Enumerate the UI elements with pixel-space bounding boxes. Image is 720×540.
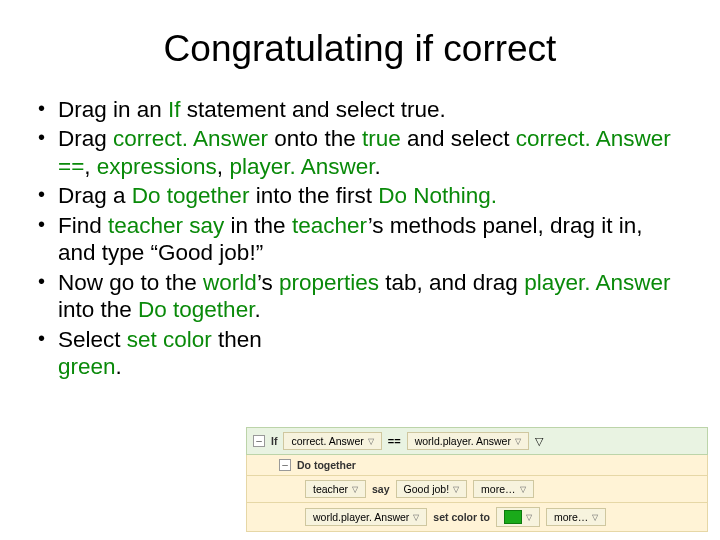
slide-title: Congratulating if correct [36, 28, 684, 70]
teacher-chip[interactable]: teacher▽ [305, 480, 366, 498]
list-item: Select set color then green. [36, 326, 276, 381]
text: and select [401, 126, 516, 151]
keyword: true [362, 126, 401, 151]
keyword: Do together [132, 183, 250, 208]
do-together-keyword: Do together [297, 459, 356, 471]
keyword: If [168, 97, 181, 122]
keyword: Do together [138, 297, 254, 322]
say-keyword: say [372, 483, 390, 495]
teacher-say-row[interactable]: teacher▽ say Good job!▽ more…▽ [246, 476, 708, 503]
keyword: correct. Answer [113, 126, 268, 151]
chip-label: world.player. Answer [415, 435, 511, 447]
collapse-icon[interactable]: – [279, 459, 291, 471]
text: statement and select true. [181, 97, 446, 122]
keyword: teacher [292, 213, 368, 238]
if-keyword: If [271, 435, 277, 447]
chevron-down-icon: ▽ [352, 485, 358, 494]
more-chip[interactable]: more…▽ [546, 508, 606, 526]
keyword: player. Answer [524, 270, 670, 295]
do-together-row[interactable]: – Do together [246, 455, 708, 476]
chevron-down-icon: ▽ [592, 513, 598, 522]
condition-right-chip[interactable]: world.player. Answer▽ [407, 432, 529, 450]
condition-left-chip[interactable]: correct. Answer▽ [283, 432, 381, 450]
keyword: green [58, 354, 116, 379]
chip-label: more… [481, 483, 515, 495]
color-chip[interactable]: ▽ [496, 507, 540, 527]
text: Drag [58, 126, 113, 151]
goodjob-chip[interactable]: Good job!▽ [396, 480, 468, 498]
chevron-down-icon: ▽ [453, 485, 459, 494]
code-block-screenshot: – If correct. Answer▽ == world.player. A… [246, 427, 708, 532]
chip-label: correct. Answer [291, 435, 363, 447]
list-item: Find teacher say in the teacher’s method… [36, 212, 684, 267]
collapse-icon[interactable]: – [253, 435, 265, 447]
keyword: set color [127, 327, 212, 352]
bullet-list: Drag in an If statement and select true.… [36, 96, 684, 380]
text: Find [58, 213, 108, 238]
chip-label: teacher [313, 483, 348, 495]
text: onto the [268, 126, 362, 151]
chevron-down-icon: ▽ [520, 485, 526, 494]
chevron-down-icon: ▽ [413, 513, 419, 522]
text: ’s [257, 270, 279, 295]
chip-label: Good job! [404, 483, 450, 495]
operator: == [388, 435, 401, 447]
keyword: player. Answer [229, 154, 374, 179]
keyword: properties [279, 270, 379, 295]
list-item: Drag correct. Answer onto the true and s… [36, 125, 684, 180]
text: Select [58, 327, 127, 352]
text: Now go to the [58, 270, 203, 295]
text: Drag in an [58, 97, 168, 122]
keyword: expressions [97, 154, 217, 179]
if-row[interactable]: – If correct. Answer▽ == world.player. A… [246, 427, 708, 455]
text: into the [58, 297, 138, 322]
set-color-row[interactable]: world.player. Answer▽ set color to ▽ mor… [246, 503, 708, 532]
text: . [374, 154, 380, 179]
list-item: Drag in an If statement and select true. [36, 96, 684, 123]
chevron-down-icon: ▽ [515, 437, 521, 446]
text: in the [224, 213, 292, 238]
playeranswer-chip[interactable]: world.player. Answer▽ [305, 508, 427, 526]
keyword: Do Nothing. [378, 183, 497, 208]
text: tab, and drag [379, 270, 524, 295]
text: . [254, 297, 260, 322]
chevron-down-icon[interactable]: ▽ [535, 435, 543, 447]
more-chip[interactable]: more…▽ [473, 480, 533, 498]
setcolor-keyword: set color to [433, 511, 490, 523]
keyword: world [203, 270, 257, 295]
color-swatch-icon [504, 510, 522, 524]
chevron-down-icon: ▽ [526, 513, 532, 522]
text: , [84, 154, 97, 179]
chip-label: world.player. Answer [313, 511, 409, 523]
list-item: Drag a Do together into the first Do Not… [36, 182, 684, 209]
text: . [116, 354, 122, 379]
text: then [212, 327, 262, 352]
keyword: teacher say [108, 213, 224, 238]
chevron-down-icon: ▽ [368, 437, 374, 446]
text: Drag a [58, 183, 132, 208]
chip-label: more… [554, 511, 588, 523]
text: into the first [249, 183, 378, 208]
list-item: Now go to the world’s properties tab, an… [36, 269, 684, 324]
text: , [217, 154, 230, 179]
